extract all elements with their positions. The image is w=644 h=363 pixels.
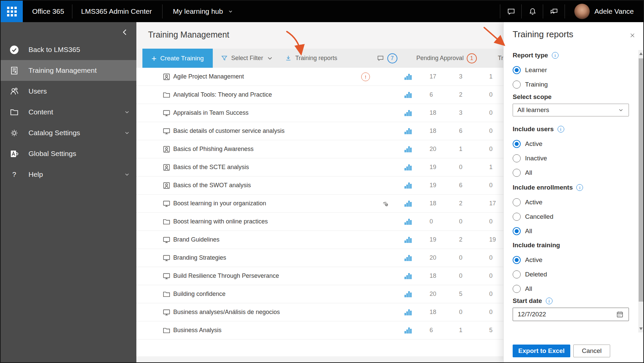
info-icon[interactable]: i [546, 298, 553, 304]
training-title[interactable]: Agile Project Management [173, 73, 244, 80]
radio-include-training-active[interactable]: Active [513, 255, 542, 265]
chart-icon[interactable] [403, 72, 412, 81]
comments-button[interactable]: 7 [377, 53, 397, 63]
training-title[interactable]: Building confidence [173, 291, 226, 298]
radio-include-training-all[interactable]: All [513, 284, 532, 294]
enrolled-count: 20 [430, 291, 436, 298]
lms365-admin-window: Office 365 LMS365 Admin Center My learni… [0, 0, 644, 363]
gear-icon [8, 128, 20, 138]
office-365-link[interactable]: Office 365 [32, 1, 64, 22]
admin-center-link[interactable]: LMS365 Admin Center [81, 1, 152, 22]
info-icon[interactable]: i [552, 52, 559, 59]
sidebar-item-catalog-settings[interactable]: Catalog Settings [1, 122, 136, 143]
info-icon[interactable]: i [558, 126, 564, 133]
scope-dropdown[interactable]: All learners [513, 104, 629, 116]
overdue-count: 0 [489, 109, 493, 116]
radio-include-users-inactive[interactable]: Inactive [513, 153, 547, 163]
completed-count: 3 [459, 73, 462, 80]
feedback-chats-icon[interactable] [543, 1, 565, 22]
training-title[interactable]: Boost learning with online practices [173, 218, 268, 225]
training-title[interactable]: Business Analysis [173, 327, 221, 334]
completed-count: 2 [459, 236, 462, 243]
chat-icon[interactable] [500, 1, 522, 22]
chevron-left-icon [120, 28, 130, 37]
chart-icon[interactable] [403, 181, 412, 190]
training-title[interactable]: Branding Strategies [173, 254, 226, 261]
training-title[interactable]: Build Resilience Through Perseverance [173, 272, 279, 279]
training-title[interactable]: Basics of Phishing Awareness [173, 146, 254, 153]
learning-hub-menu[interactable]: My learning hub [173, 1, 234, 22]
sidebar-item-content[interactable]: Content [1, 102, 136, 122]
warning-icon[interactable]: ! [361, 72, 370, 81]
enrolled-count: 20 [430, 254, 436, 261]
chart-icon[interactable] [403, 163, 412, 172]
chart-icon[interactable] [403, 145, 412, 154]
monitor-icon [162, 199, 171, 208]
overdue-count: 0 [489, 291, 493, 298]
chart-icon[interactable] [403, 290, 412, 299]
radio-include-users-active[interactable]: Active [513, 139, 542, 149]
create-training-button[interactable]: + Create Training [142, 49, 213, 68]
panel-scrollbar[interactable] [638, 50, 644, 332]
training-title[interactable]: Appraisals in Team Success [173, 109, 249, 116]
radio-include-users-all[interactable]: All [513, 168, 532, 178]
radio-include-training-deleted[interactable]: Deleted [513, 269, 547, 279]
radio-report-type-training[interactable]: Training [513, 80, 548, 90]
training-title[interactable]: Basics of the SCTE analysis [173, 164, 249, 171]
enrolled-count: 19 [430, 164, 436, 171]
training-reports-button[interactable]: Training reports [284, 54, 337, 62]
sidebar-item-users[interactable]: Users [1, 81, 136, 102]
overdue-count: 17 [489, 200, 496, 207]
report-type-label: Report typei [513, 52, 630, 59]
pending-approval-button[interactable]: Pending Approval 1 [416, 53, 477, 63]
scroll-down-icon[interactable] [639, 327, 643, 330]
unpublished-icon [381, 200, 389, 208]
select-filter-button[interactable]: Select Filter [220, 54, 272, 62]
radio-report-type-learner[interactable]: Learner [513, 65, 547, 75]
calendar-icon[interactable] [616, 310, 624, 318]
sidebar-item-help[interactable]: ? Help [1, 164, 136, 185]
training-title[interactable]: Basic details of customer service analys… [173, 127, 284, 135]
scroll-up-icon[interactable] [639, 52, 643, 55]
select-scope-group: Select scope All learners [513, 93, 630, 101]
chart-icon[interactable] [403, 90, 412, 99]
sidebar-item-global-settings[interactable]: Global Settings [1, 143, 136, 164]
export-to-excel-button[interactable]: Export to Excel [513, 345, 570, 357]
chart-icon[interactable] [403, 217, 412, 226]
training-title[interactable]: Boost learning in your organization [173, 200, 266, 207]
close-icon[interactable] [627, 31, 637, 40]
chart-icon[interactable] [403, 308, 412, 317]
completed-count: 0 [459, 254, 462, 261]
sidebar-item-back-to-lms365[interactable]: Back to LMS365 [1, 39, 136, 60]
overdue-count: 0 [489, 91, 493, 98]
monitor-icon [162, 308, 171, 317]
scrollbar-thumb[interactable] [639, 58, 644, 302]
chart-icon[interactable] [403, 253, 412, 262]
chevron-down-icon [124, 171, 130, 178]
cancel-button[interactable]: Cancel [573, 345, 610, 357]
app-launcher-icon[interactable] [1, 1, 23, 22]
training-title[interactable]: Analytical Tools: Theory and Practice [173, 91, 272, 98]
enrolled-count: 18 [430, 309, 436, 316]
sidebar-item-training-management[interactable]: Training Management [1, 60, 136, 81]
user-name[interactable]: Adele Vance [594, 1, 634, 22]
training-title[interactable]: Basics of the SWOT analysis [173, 182, 251, 189]
radio-include-enrollments-all[interactable]: All [513, 226, 532, 236]
sidebar-collapse-button[interactable] [119, 26, 131, 38]
completed-count: 0 [459, 164, 462, 171]
training-title[interactable]: Business analyses/Análisis de negocios [173, 309, 280, 316]
radio-include-enrollments-active[interactable]: Active [513, 197, 542, 207]
include-training-group: Include training Active Deleted All [513, 242, 630, 249]
training-title[interactable]: Brand Guidelines [173, 236, 219, 243]
chart-icon[interactable] [403, 126, 412, 136]
chart-icon[interactable] [403, 235, 412, 244]
notifications-bell-icon[interactable] [522, 1, 543, 22]
chart-icon[interactable] [403, 271, 412, 280]
info-icon[interactable]: i [576, 184, 583, 191]
avatar[interactable] [574, 4, 590, 19]
radio-include-enrollments-cancelled[interactable]: Cancelled [513, 212, 554, 222]
chart-icon[interactable] [403, 199, 412, 208]
chart-icon[interactable] [403, 326, 412, 335]
start-date-input[interactable]: 12/7/2022 [513, 308, 629, 321]
chart-icon[interactable] [403, 108, 412, 117]
